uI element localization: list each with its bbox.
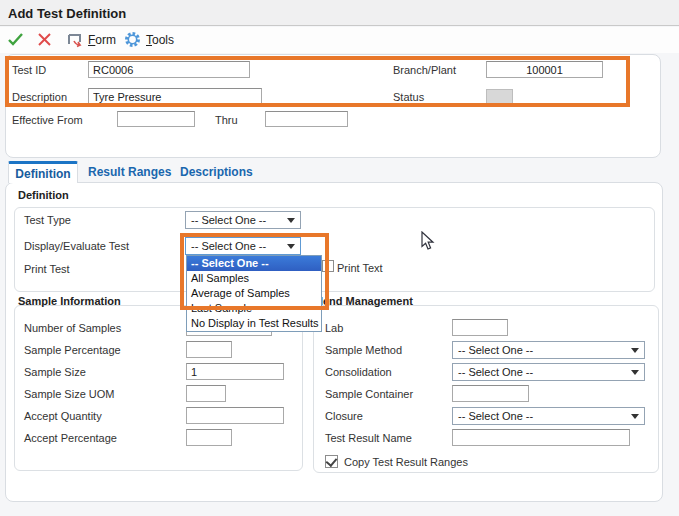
effective-from-input[interactable] xyxy=(117,111,195,127)
lab-input[interactable] xyxy=(452,319,508,336)
display-evaluate-test-select[interactable]: -- Select One -- xyxy=(185,237,301,255)
accept-percentage-input[interactable] xyxy=(186,429,232,446)
test-result-name-label: Test Result Name xyxy=(325,432,412,444)
sample-size-uom-label: Sample Size UOM xyxy=(24,388,114,400)
sample-percentage-input[interactable] xyxy=(186,341,232,358)
form-button[interactable]: Form xyxy=(88,33,116,47)
tools-button-rest: ools xyxy=(152,33,174,47)
form-button-rest: orm xyxy=(95,33,116,47)
sample-method-select[interactable]: -- Select One -- xyxy=(452,341,645,359)
sample-percentage-label: Sample Percentage xyxy=(24,344,121,356)
dropdown-option[interactable]: Average of Samples xyxy=(187,286,321,301)
test-id-label: Test ID xyxy=(12,64,46,76)
sample-information-section-title: Sample Information xyxy=(18,295,121,307)
accept-quantity-input[interactable] xyxy=(186,407,284,424)
toolbar: Form Tools xyxy=(0,27,679,53)
test-type-select-value: -- Select One -- xyxy=(191,214,266,226)
chevron-down-icon xyxy=(287,218,295,223)
title-bar: Add Test Definition xyxy=(0,0,679,26)
print-text-label: Print Text xyxy=(337,262,383,274)
consolidation-select-value: -- Select One -- xyxy=(458,366,533,378)
consolidation-select[interactable]: -- Select One -- xyxy=(452,363,645,381)
print-text-checkbox[interactable] xyxy=(322,260,334,272)
copy-test-result-ranges-label: Copy Test Result Ranges xyxy=(344,456,468,468)
closure-label: Closure xyxy=(325,410,363,422)
tab-result-ranges[interactable]: Result Ranges xyxy=(88,165,171,179)
branch-plant-label: Branch/Plant xyxy=(393,64,456,76)
chevron-down-icon xyxy=(631,348,639,353)
tab-definition-label: Definition xyxy=(15,167,70,181)
print-test-label: Print Test xyxy=(24,263,70,275)
sample-method-select-value: -- Select One -- xyxy=(458,344,533,356)
tools-button[interactable]: Tools xyxy=(146,33,174,47)
sample-container-label: Sample Container xyxy=(325,388,413,400)
sample-size-input[interactable] xyxy=(186,363,284,380)
test-type-label: Test Type xyxy=(24,214,71,226)
dropdown-option[interactable]: No Display in Test Results xyxy=(187,316,321,331)
test-id-input[interactable] xyxy=(88,61,250,78)
display-evaluate-test-label: Display/Evaluate Test xyxy=(24,240,129,252)
page-title: Add Test Definition xyxy=(8,6,126,21)
accept-percentage-label: Accept Percentage xyxy=(24,432,117,444)
definition-section-title: Definition xyxy=(18,189,69,201)
sample-method-label: Sample Method xyxy=(325,344,402,356)
thru-input[interactable] xyxy=(265,111,348,127)
test-type-select[interactable]: -- Select One -- xyxy=(185,211,301,229)
display-evaluate-test-select-value: -- Select One -- xyxy=(191,240,266,252)
description-label: Description xyxy=(12,91,67,103)
display-evaluate-test-open-list: -- Select One -- All Samples Average of … xyxy=(186,255,322,332)
status-field-disabled xyxy=(486,89,513,105)
dropdown-option[interactable]: Last Sample xyxy=(187,301,321,316)
copy-test-result-ranges-checkbox[interactable] xyxy=(325,455,338,468)
form-exit-icon[interactable] xyxy=(67,32,84,52)
dropdown-option[interactable]: All Samples xyxy=(187,271,321,286)
ok-check-icon[interactable] xyxy=(7,32,24,51)
thru-label: Thru xyxy=(215,114,238,126)
test-result-name-input[interactable] xyxy=(452,429,630,446)
tab-definition[interactable]: Definition xyxy=(8,161,78,183)
consolidation-label: Consolidation xyxy=(325,366,392,378)
number-of-samples-label: Number of Samples xyxy=(24,322,121,334)
dropdown-option[interactable]: -- Select One -- xyxy=(187,256,321,271)
tools-gear-icon[interactable] xyxy=(124,31,141,52)
sample-size-uom-input[interactable] xyxy=(186,385,226,402)
description-input[interactable] xyxy=(88,88,262,105)
sample-container-input[interactable] xyxy=(452,385,529,402)
chevron-down-icon xyxy=(631,414,639,419)
tab-descriptions[interactable]: Descriptions xyxy=(180,165,253,179)
accept-quantity-label: Accept Quantity xyxy=(24,410,102,422)
closure-select-value: -- Select One -- xyxy=(458,410,533,422)
cancel-x-icon[interactable] xyxy=(37,32,52,51)
branch-plant-input[interactable] xyxy=(486,61,603,78)
lab-label: Lab xyxy=(325,322,343,334)
effective-from-label: Effective From xyxy=(12,114,83,126)
status-label: Status xyxy=(393,91,424,103)
chevron-down-icon xyxy=(631,370,639,375)
blend-management-section-title: Blend Management xyxy=(312,295,413,307)
closure-select[interactable]: -- Select One -- xyxy=(452,407,645,425)
chevron-down-icon xyxy=(287,244,295,249)
sample-size-label: Sample Size xyxy=(24,366,86,378)
